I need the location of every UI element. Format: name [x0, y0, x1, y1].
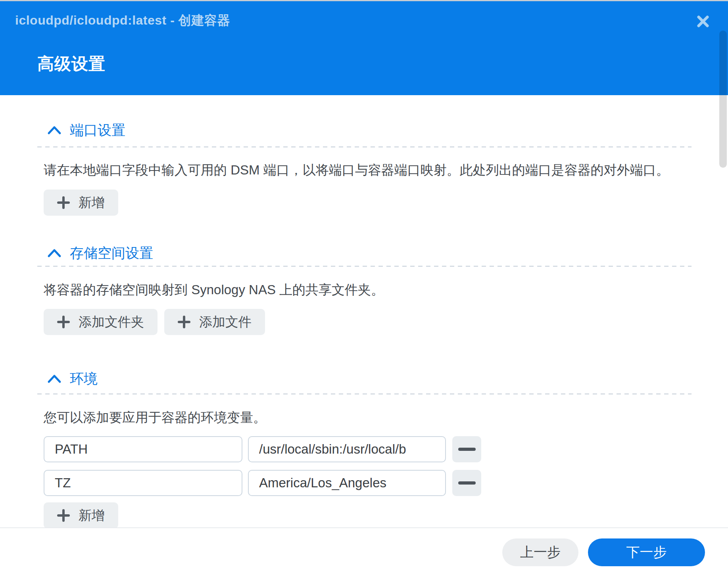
section-title: 存储空间设置 — [70, 244, 153, 262]
section-toggle-environment[interactable]: 环境 — [44, 369, 728, 388]
add-file-button[interactable]: 添加文件 — [164, 309, 265, 335]
minus-icon — [458, 447, 476, 451]
create-container-dialog: icloudpd/icloudpd:latest - 创建容器 高级设置 端口设… — [0, 0, 728, 569]
remove-env-var-button[interactable] — [452, 436, 481, 462]
next-step-button[interactable]: 下一步 — [588, 538, 705, 566]
section-title: 环境 — [70, 370, 98, 388]
dashed-divider — [37, 266, 692, 267]
plus-icon — [57, 509, 70, 522]
section-description: 您可以添加要应用于容器的环境变量。 — [44, 408, 728, 427]
button-label: 添加文件夹 — [79, 313, 144, 331]
section-description: 将容器的存储空间映射到 Synology NAS 上的共享文件夹。 — [44, 280, 728, 299]
section-toggle-port-settings[interactable]: 端口设置 — [44, 121, 728, 140]
chevron-up-icon — [47, 374, 62, 384]
add-env-var-button[interactable]: 新增 — [44, 502, 118, 527]
env-value-input[interactable] — [248, 470, 446, 496]
env-var-row-path — [44, 436, 728, 462]
previous-step-button[interactable]: 上一步 — [502, 538, 578, 566]
scrollbar-thumb[interactable] — [719, 31, 727, 168]
env-key-input[interactable] — [44, 470, 242, 496]
section-description: 请在本地端口字段中输入可用的 DSM 端口，以将端口与容器端口映射。此处列出的端… — [44, 161, 728, 180]
plus-icon — [178, 316, 190, 328]
section-title: 端口设置 — [70, 121, 125, 140]
dialog-content: 端口设置 请在本地端口字段中输入可用的 DSM 端口，以将端口与容器端口映射。此… — [0, 95, 728, 527]
chevron-up-icon — [47, 248, 62, 258]
dialog-footer: 上一步 下一步 — [0, 527, 728, 569]
chevron-up-icon — [47, 125, 62, 135]
close-button[interactable] — [694, 12, 712, 31]
section-volume-settings: 存储空间设置 将容器的存储空间映射到 Synology NAS 上的共享文件夹。… — [44, 243, 728, 335]
backdrop-edge — [0, 0, 728, 1]
add-folder-button[interactable]: 添加文件夹 — [44, 309, 158, 335]
section-port-settings: 端口设置 请在本地端口字段中输入可用的 DSM 端口，以将端口与容器端口映射。此… — [44, 121, 728, 216]
button-label: 新增 — [79, 194, 105, 212]
dashed-divider — [37, 393, 692, 395]
dialog-header: icloudpd/icloudpd:latest - 创建容器 高级设置 — [0, 1, 728, 95]
env-value-input[interactable] — [248, 436, 446, 462]
remove-env-var-button[interactable] — [452, 470, 481, 496]
close-icon — [696, 15, 710, 28]
env-key-input[interactable] — [44, 436, 242, 462]
button-label: 新增 — [79, 507, 105, 525]
plus-icon — [57, 316, 70, 328]
page-title: 高级设置 — [37, 53, 106, 75]
add-port-button[interactable]: 新增 — [44, 190, 118, 216]
button-label: 添加文件 — [199, 313, 252, 331]
window-title: icloudpd/icloudpd:latest - 创建容器 — [15, 12, 230, 29]
plus-icon — [57, 196, 70, 209]
section-toggle-volume-settings[interactable]: 存储空间设置 — [44, 243, 728, 262]
section-environment: 环境 您可以添加要应用于容器的环境变量。 — [44, 369, 728, 527]
env-var-row-tz — [44, 470, 728, 496]
dashed-divider — [37, 146, 692, 148]
minus-icon — [458, 481, 476, 485]
